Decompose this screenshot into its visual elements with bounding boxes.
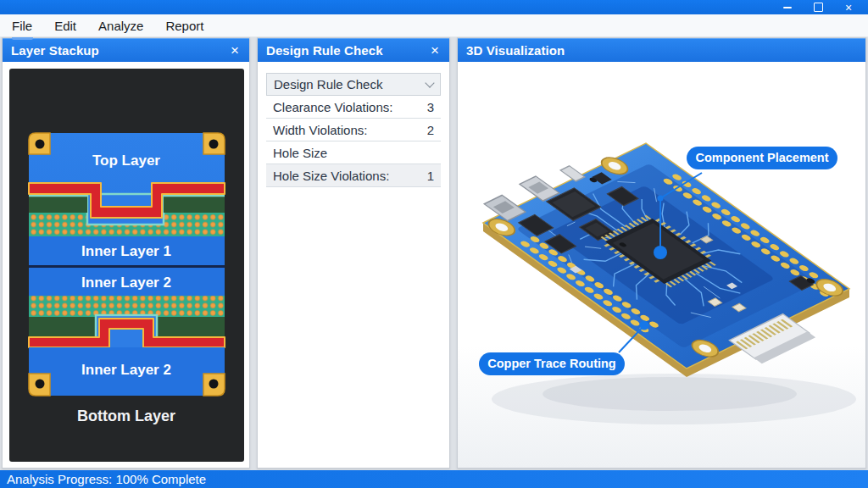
drc-row-label: Hole Size Violations:	[273, 169, 389, 183]
drc-title: Design Rule Check	[266, 43, 383, 58]
menu-item-file[interactable]: File	[12, 19, 32, 33]
layer-label-inner2b: Inner Layer 2	[81, 362, 171, 378]
viz-title: 3D Visualization	[466, 43, 565, 58]
status-bar: Analysis Progress: 100% Complete	[0, 470, 868, 488]
drc-row-hole-size[interactable]: Hole Size	[266, 141, 441, 164]
close-button[interactable]: ×	[839, 1, 858, 14]
drc-row-value: 2	[427, 123, 434, 137]
minimize-icon	[783, 7, 792, 8]
drc-row-label: Width Violations:	[273, 123, 367, 137]
layer-label-bottom: Bottom Layer	[77, 408, 175, 424]
callout-component-placement-label: Component Placement	[695, 151, 828, 164]
layer-stackup-close-button[interactable]: ×	[229, 43, 241, 58]
callout-copper-trace-routing[interactable]: Copper Trace Routing	[479, 352, 625, 375]
window-controls: ×	[778, 1, 868, 14]
stackup-cross-section: Top Layer Inner Layer 1 Inner Layer 2 In…	[9, 69, 244, 462]
active-menu-indicator	[12, 37, 33, 40]
drc-row-value: 1	[427, 169, 434, 183]
layer-label-inner2a: Inner Layer 2	[81, 274, 171, 291]
status-text: Analysis Progress: 100% Complete	[0, 472, 206, 486]
drc-dropdown-label: Design Rule Check	[274, 77, 382, 92]
close-icon: ×	[845, 2, 852, 14]
panel-layer-stackup: Layer Stackup ×	[2, 37, 250, 469]
pcb-3d-viewport[interactable]: Component Placement Copper Trace Routing	[458, 62, 865, 468]
callout-component-placement[interactable]: Component Placement	[687, 147, 837, 169]
drc-row-hole-size-violations[interactable]: Hole Size Violations: 1	[266, 164, 441, 187]
copper-trace-dot	[640, 321, 649, 330]
menu-item-analyze[interactable]: Analyze	[98, 19, 143, 33]
drc-row-value: 3	[427, 100, 434, 114]
chevron-down-icon	[425, 78, 434, 87]
component-placement-dot	[654, 246, 667, 259]
drc-header: Design Rule Check ×	[258, 38, 449, 62]
menu-item-edit[interactable]: Edit	[54, 19, 76, 33]
window-titlebar: ×	[0, 0, 868, 14]
layer-label-inner1: Inner Layer 1	[81, 243, 171, 259]
maximize-icon	[814, 3, 823, 12]
panel-3d-visualization: 3D Visualization	[457, 37, 866, 469]
layer-label-top: Top Layer	[92, 152, 160, 169]
menu-item-report[interactable]: Report	[165, 19, 203, 33]
drc-list: Design Rule Check Clearance Violations: …	[266, 73, 441, 187]
callout-junction-dot	[658, 196, 664, 202]
drc-dropdown[interactable]: Design Rule Check	[266, 73, 441, 96]
layer-stackup-image: Top Layer Inner Layer 1 Inner Layer 2 In…	[9, 69, 244, 462]
drc-row-label: Hole Size	[273, 146, 327, 160]
layer-stackup-title: Layer Stackup	[11, 43, 99, 58]
minimize-button[interactable]	[778, 1, 797, 14]
drc-row-label: Clearance Violations:	[273, 100, 392, 114]
callout-copper-trace-routing-label: Copper Trace Routing	[487, 357, 615, 370]
pcb-3d-render: Component Placement Copper Trace Routing	[458, 62, 865, 469]
maximize-button[interactable]	[809, 1, 827, 14]
viz-header: 3D Visualization	[458, 38, 865, 62]
drc-row-clearance[interactable]: Clearance Violations: 3	[266, 96, 441, 119]
panel-design-rule-check: Design Rule Check × Design Rule Check Cl…	[257, 37, 450, 469]
drc-row-width[interactable]: Width Violations: 2	[266, 119, 441, 141]
drc-close-button[interactable]: ×	[429, 43, 441, 58]
layer-stackup-header: Layer Stackup ×	[3, 38, 249, 62]
menu-bar: File Edit Analyze Report	[0, 14, 868, 37]
